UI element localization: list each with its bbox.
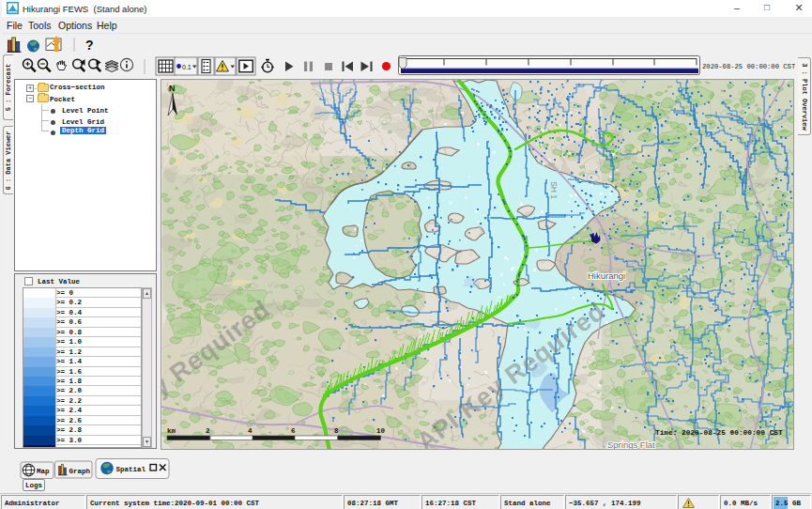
svg-text:Springs Flat: Springs Flat: [607, 440, 655, 450]
svg-text:4: 4: [248, 427, 253, 435]
svg-text:0.1: 0.1: [182, 64, 192, 70]
svg-text:10: 10: [376, 427, 386, 435]
svg-text:Graph: Graph: [69, 468, 91, 475]
svg-text:Time: 2020-08-25 00:00:00 CST: Time: 2020-08-25 00:00:00 CST: [655, 429, 783, 437]
svg-text:Map: Map: [37, 468, 50, 475]
svg-text:?: ?: [85, 38, 94, 53]
svg-text:6: 6: [291, 427, 296, 435]
svg-text:km: km: [167, 427, 176, 435]
svg-text:2: 2: [206, 427, 210, 435]
svg-text:8: 8: [334, 427, 339, 435]
svg-text:Hikurangi: Hikurangi: [588, 270, 625, 281]
svg-text:2020-08-25 00:00:00 CST: 2020-08-25 00:00:00 CST: [702, 63, 796, 70]
svg-text:Spatial: Spatial: [116, 466, 146, 473]
svg-text:N: N: [169, 84, 176, 93]
svg-text:SH 1: SH 1: [549, 181, 559, 199]
